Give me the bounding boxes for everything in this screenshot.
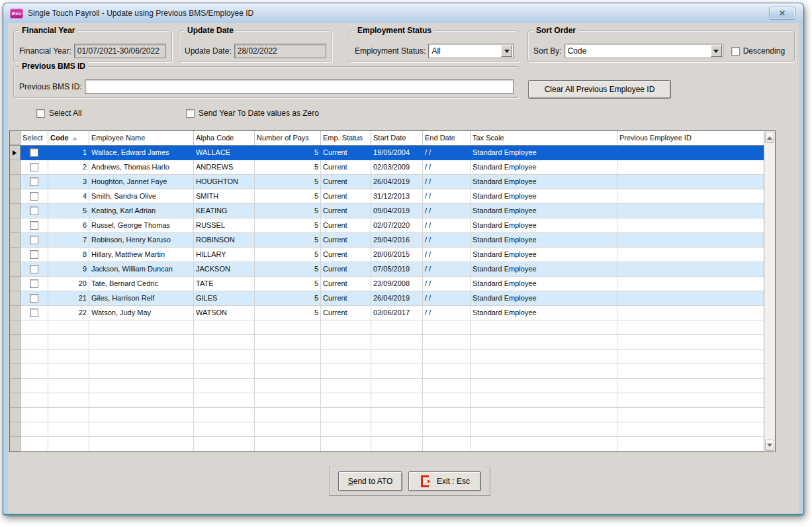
- table-row[interactable]: 2Andrews, Thomas HarloANDREWS5Current02/…: [10, 160, 775, 175]
- row-indicator-cell: [10, 146, 21, 160]
- send-to-ato-button[interactable]: Send to ATO: [338, 471, 402, 491]
- row-select-checkbox[interactable]: [30, 177, 38, 186]
- column-header-previous-employee-id[interactable]: Previous Employee ID: [617, 131, 764, 145]
- empty-cell: [194, 350, 255, 364]
- column-header-emp-status[interactable]: Emp. Status: [321, 131, 371, 145]
- row-select-checkbox[interactable]: [30, 192, 38, 201]
- table-row[interactable]: 1Wallace, Edward JamesWALLACE5Current19/…: [10, 146, 775, 160]
- column-header-select[interactable]: Select: [21, 131, 48, 145]
- cell-code: 8: [48, 248, 89, 262]
- row-indicator-cell: [10, 452, 21, 452]
- row-select-cell: [21, 262, 48, 277]
- cell-end-date: / /: [423, 248, 471, 262]
- row-indicator-cell: [10, 291, 21, 306]
- cell-tax-scale: Standard Employee: [471, 291, 617, 306]
- table-row[interactable]: 20Tate, Bernard CedricTATE5Current23/09/…: [10, 277, 775, 291]
- cell-start-date: 19/05/2004: [371, 146, 423, 160]
- row-select-checkbox[interactable]: [30, 207, 38, 215]
- row-indicator-cell: [10, 422, 21, 437]
- row-indicator-cell: [10, 393, 21, 408]
- row-select-checkbox[interactable]: [30, 148, 38, 157]
- empty-cell: [617, 335, 764, 350]
- empty-cell: [423, 422, 471, 437]
- send-ytd-zero-option: Send Year To Date values as Zero: [186, 109, 319, 118]
- dialog-client-area: Financial Year Financial Year: 01/07/202…: [8, 23, 799, 514]
- table-row[interactable]: 9Jackson, William DuncanJACKSON5Current0…: [10, 262, 775, 277]
- table-row[interactable]: 8Hillary, Matthew MartinHILLARY5Current2…: [10, 248, 775, 262]
- cell-previous-employee-id: [617, 218, 764, 233]
- cell-previous-employee-id: [617, 277, 764, 291]
- row-select-checkbox[interactable]: [30, 163, 38, 171]
- close-button[interactable]: ✕: [769, 7, 795, 20]
- empty-cell: [321, 437, 371, 452]
- cell-code: 3: [48, 175, 89, 189]
- scrollbar-up-button[interactable]: [765, 132, 774, 143]
- scrollbar-down-button[interactable]: [765, 440, 774, 451]
- row-select-checkbox[interactable]: [30, 236, 38, 244]
- empty-cell: [371, 320, 423, 335]
- empty-cell: [617, 422, 764, 437]
- exit-button[interactable]: Exit : Esc: [408, 471, 481, 491]
- row-select-cell: [21, 175, 48, 189]
- empty-cell: [423, 452, 471, 452]
- empty-cell: [321, 350, 371, 364]
- column-header-alpha-code[interactable]: Alpha Code: [194, 131, 255, 145]
- cell-previous-employee-id: [617, 291, 764, 306]
- column-header-employee-name[interactable]: Employee Name: [89, 131, 194, 145]
- update-date-field[interactable]: 28/02/2022: [234, 44, 326, 58]
- row-select-checkbox[interactable]: [30, 221, 38, 230]
- exit-door-icon: [420, 475, 433, 488]
- financial-year-group-label: Financial Year: [19, 26, 78, 35]
- cell-emp-status: Current: [321, 306, 371, 320]
- empty-cell: [255, 437, 321, 452]
- row-select-checkbox[interactable]: [30, 279, 38, 288]
- empty-cell: [21, 379, 48, 393]
- employment-status-dropdown-button[interactable]: [501, 45, 512, 57]
- descending-checkbox[interactable]: [731, 47, 740, 56]
- table-row[interactable]: 5Keating, Karl AdrianKEATING5Current09/0…: [10, 204, 775, 218]
- sort-by-label: Sort By:: [533, 46, 562, 56]
- cell-start-date: 28/06/2015: [371, 248, 423, 262]
- cell-emp-status: Current: [321, 204, 371, 218]
- table-row[interactable]: 6Russel, George ThomasRUSSEL5Current02/0…: [10, 218, 775, 233]
- row-select-checkbox[interactable]: [30, 250, 38, 259]
- sort-order-group: Sort Order Sort By: Code Descending: [527, 30, 795, 62]
- cell-tax-scale: Standard Employee: [471, 175, 617, 189]
- vertical-scrollbar[interactable]: [764, 131, 775, 452]
- cell-employee-name: Wallace, Edward James: [89, 146, 194, 160]
- empty-cell: [617, 350, 764, 364]
- financial-year-field: 01/07/2021-30/06/2022: [74, 44, 166, 58]
- table-row[interactable]: 4Smith, Sandra OliveSMITH5Current31/12/2…: [10, 189, 775, 204]
- row-select-checkbox[interactable]: [30, 265, 38, 273]
- empty-cell: [194, 393, 255, 408]
- column-header-number-of-pays[interactable]: Number of Pays: [255, 131, 321, 145]
- sort-by-dropdown-button[interactable]: [711, 45, 722, 57]
- table-row[interactable]: 7Robinson, Henry KarusoROBINSON5Current2…: [10, 233, 775, 248]
- send-ytd-zero-checkbox[interactable]: [186, 109, 195, 118]
- table-row[interactable]: 21Giles, Harrison RelfGILES5Current26/04…: [10, 291, 775, 306]
- column-header-code[interactable]: Code: [48, 131, 89, 145]
- cell-employee-name: Giles, Harrison Relf: [89, 291, 194, 306]
- cell-emp-status: Current: [321, 248, 371, 262]
- empty-cell: [255, 408, 321, 422]
- sort-by-value: Code: [568, 46, 587, 56]
- previous-bms-id-input[interactable]: [85, 79, 514, 94]
- empty-cell: [48, 437, 89, 452]
- empty-table-row: [10, 379, 775, 393]
- clear-all-previous-employee-id-button[interactable]: Clear All Previous Employee ID: [528, 80, 671, 99]
- employment-status-dropdown[interactable]: All: [428, 44, 514, 58]
- empty-cell: [321, 335, 371, 350]
- cell-previous-employee-id: [617, 204, 764, 218]
- row-select-checkbox[interactable]: [30, 309, 38, 317]
- column-header-start-date[interactable]: Start Date: [371, 131, 423, 145]
- table-row[interactable]: 22Watson, Judy MayWATSON5Current03/06/20…: [10, 306, 775, 320]
- row-select-checkbox[interactable]: [30, 294, 38, 303]
- table-row[interactable]: 3Houghton, Jannet FayeHOUGHTON5Current26…: [10, 175, 775, 189]
- select-all-checkbox[interactable]: [36, 109, 45, 118]
- cell-tax-scale: Standard Employee: [471, 277, 617, 291]
- cell-number-of-pays: 5: [255, 233, 321, 248]
- column-header-end-date[interactable]: End Date: [423, 131, 471, 145]
- sort-by-dropdown[interactable]: Code: [564, 44, 723, 58]
- column-header-tax-scale[interactable]: Tax Scale: [471, 131, 617, 145]
- cell-number-of-pays: 5: [255, 160, 321, 175]
